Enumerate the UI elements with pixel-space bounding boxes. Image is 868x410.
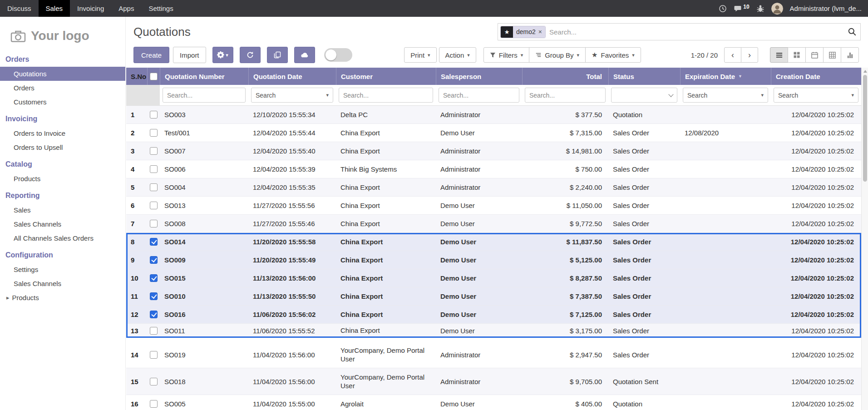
- filter-expiration-combo[interactable]: Search▾: [683, 88, 768, 103]
- pager-next-button[interactable]: ›: [741, 47, 758, 63]
- search-bar[interactable]: ★ demo2 ×: [498, 23, 861, 40]
- col-header-status[interactable]: Status: [608, 68, 680, 85]
- quotation-number-cell[interactable]: SO011: [160, 327, 248, 335]
- settings-gear-dropdown-button[interactable]: ▾: [212, 47, 233, 63]
- messages-menu[interactable]: 10: [734, 5, 749, 13]
- row-select-cell[interactable]: [147, 220, 160, 227]
- sidebar-item[interactable]: Sales Channels: [0, 217, 125, 231]
- quotation-number-cell[interactable]: SO009: [160, 256, 248, 264]
- row-select-cell[interactable]: [147, 147, 160, 155]
- row-checkbox[interactable]: [150, 111, 158, 119]
- row-select-cell[interactable]: [147, 351, 160, 359]
- sidebar-item[interactable]: Products: [0, 172, 125, 186]
- row-checkbox[interactable]: [150, 351, 158, 359]
- table-row[interactable]: 8 SO014 11/20/2020 15:55:58 China Export…: [126, 233, 861, 251]
- table-row[interactable]: 15 SO018 11/04/2020 15:56:00 YourCompany…: [126, 368, 861, 395]
- search-magnifier-icon[interactable]: [848, 27, 857, 36]
- quotation-number-cell[interactable]: SO019: [160, 351, 248, 359]
- view-list-button[interactable]: [770, 47, 788, 63]
- row-checkbox[interactable]: [150, 256, 158, 264]
- row-checkbox[interactable]: [150, 165, 158, 173]
- filter-status-select[interactable]: [611, 88, 677, 103]
- row-select-cell[interactable]: [147, 111, 160, 119]
- quotation-number-cell[interactable]: SO018: [160, 378, 248, 385]
- table-row[interactable]: 11 SO010 11/13/2020 15:55:50 China Expor…: [126, 287, 861, 306]
- debug-bug-icon[interactable]: [756, 5, 764, 13]
- row-select-cell[interactable]: [147, 165, 160, 173]
- row-checkbox[interactable]: [150, 202, 158, 209]
- filter-total-input[interactable]: [525, 88, 606, 103]
- search-input[interactable]: [549, 28, 844, 36]
- topbar-menu-item[interactable]: Discuss: [0, 0, 39, 17]
- export-cloud-button[interactable]: [294, 47, 315, 63]
- row-checkbox[interactable]: [150, 147, 158, 155]
- sidebar-item[interactable]: Sales: [0, 203, 125, 217]
- table-row[interactable]: 1 SO003 12/10/2020 15:55:34 Delta PC Adm…: [126, 106, 861, 124]
- quotation-number-cell[interactable]: SO007: [160, 147, 248, 155]
- quotation-number-cell[interactable]: SO015: [160, 274, 248, 282]
- filter-date-combo[interactable]: Search▾: [251, 88, 333, 103]
- col-header-quotation-number[interactable]: Quotation Number: [160, 68, 248, 85]
- row-select-cell[interactable]: [147, 274, 160, 282]
- table-row[interactable]: 13 SO011 11/06/2020 15:55:52 China Expor…: [126, 324, 861, 338]
- quotation-number-cell[interactable]: Test/001: [160, 129, 248, 137]
- row-select-cell[interactable]: [147, 292, 160, 300]
- row-select-cell[interactable]: [147, 327, 160, 335]
- row-checkbox[interactable]: [150, 183, 158, 191]
- col-header-sno[interactable]: S.No: [126, 68, 147, 85]
- filter-number-input[interactable]: [163, 88, 246, 103]
- view-pivot-button[interactable]: [823, 47, 841, 63]
- row-select-cell[interactable]: [147, 129, 160, 137]
- table-row[interactable]: 4 SO006 12/04/2020 15:55:39 Think Big Sy…: [126, 160, 861, 178]
- quotation-number-cell[interactable]: SO004: [160, 183, 248, 191]
- quotation-number-cell[interactable]: SO008: [160, 220, 248, 227]
- table-row[interactable]: 7 SO008 11/27/2020 15:55:46 China Export…: [126, 215, 861, 233]
- table-row[interactable]: 16 SO005 11/04/2020 15:55:00 Agrolait De…: [126, 395, 861, 410]
- create-button[interactable]: Create: [133, 47, 169, 63]
- search-facet[interactable]: ★ demo2 ×: [500, 26, 546, 38]
- table-row[interactable]: 12 SO016 11/06/2020 15:56:02 China Expor…: [126, 306, 861, 324]
- row-checkbox[interactable]: [150, 327, 158, 335]
- select-all-checkbox[interactable]: [150, 73, 158, 80]
- favorites-dropdown-button[interactable]: ★ Favorites▾: [585, 47, 641, 63]
- table-row[interactable]: 2 Test/001 12/04/2020 15:55:44 China Exp…: [126, 124, 861, 142]
- view-calendar-button[interactable]: [805, 47, 824, 63]
- user-menu[interactable]: Administrator (lvm_de...: [790, 5, 862, 12]
- table-row[interactable]: 14 SO019 11/04/2020 15:56:00 YourCompany…: [126, 341, 861, 368]
- quotation-number-cell[interactable]: SO003: [160, 111, 248, 119]
- row-select-cell[interactable]: [147, 378, 160, 385]
- row-checkbox[interactable]: [150, 400, 158, 408]
- row-checkbox[interactable]: [150, 238, 158, 246]
- row-select-cell[interactable]: [147, 183, 160, 191]
- sidebar-item[interactable]: Quotations: [0, 67, 125, 81]
- sidebar-item[interactable]: All Channels Sales Orders: [0, 231, 125, 245]
- table-row[interactable]: 5 SO004 12/04/2020 15:55:35 China Export…: [126, 178, 861, 197]
- quotation-number-cell[interactable]: SO006: [160, 165, 248, 173]
- row-select-cell[interactable]: [147, 202, 160, 209]
- import-button[interactable]: Import: [173, 47, 206, 63]
- vertical-scrollbar[interactable]: [861, 68, 868, 410]
- sidebar-item[interactable]: Orders: [0, 81, 125, 95]
- toggle-switch[interactable]: [324, 48, 352, 62]
- row-checkbox[interactable]: [150, 274, 158, 282]
- sidebar-item[interactable]: Sales Channels: [0, 277, 125, 291]
- topbar-menu-item[interactable]: Invoicing: [70, 0, 111, 17]
- topbar-menu-item[interactable]: Settings: [141, 0, 180, 17]
- row-checkbox[interactable]: [150, 378, 158, 385]
- col-header-select-all[interactable]: [147, 68, 160, 85]
- topbar-menu-item[interactable]: Apps: [111, 0, 141, 17]
- user-avatar[interactable]: [771, 3, 783, 15]
- facet-close-icon[interactable]: ×: [538, 28, 542, 35]
- row-select-cell[interactable]: [147, 238, 160, 246]
- activities-clock-icon[interactable]: [719, 5, 727, 13]
- sidebar-item[interactable]: ▸ Products: [0, 291, 125, 305]
- sidebar-item[interactable]: Orders to Invoice: [0, 126, 125, 140]
- print-dropdown-button[interactable]: Print▾: [404, 47, 436, 63]
- sidebar-item[interactable]: Customers: [0, 95, 125, 109]
- table-row[interactable]: 10 SO015 11/13/2020 15:56:00 China Expor…: [126, 269, 861, 287]
- row-checkbox[interactable]: [150, 292, 158, 300]
- quotation-number-cell[interactable]: SO005: [160, 400, 248, 408]
- col-header-expiration-date[interactable]: Expiration Date ▼: [680, 68, 771, 85]
- col-header-creation-date[interactable]: Creation Date: [771, 68, 861, 85]
- table-row[interactable]: 3 SO007 12/04/2020 15:55:40 China Export…: [126, 142, 861, 160]
